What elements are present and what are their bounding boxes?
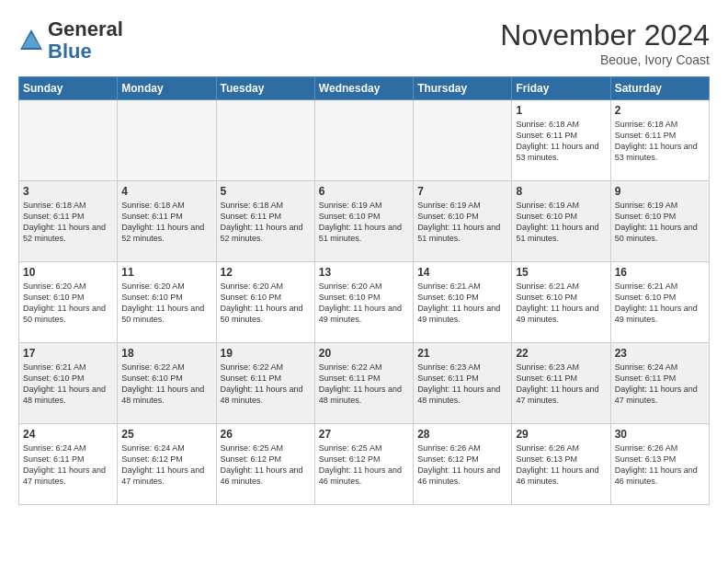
calendar-header-row: Sunday Monday Tuesday Wednesday Thursday… [19, 77, 710, 100]
col-friday: Friday [512, 77, 610, 100]
calendar-cell: 24Sunrise: 6:24 AM Sunset: 6:11 PM Dayli… [19, 424, 118, 505]
calendar-week-4: 17Sunrise: 6:21 AM Sunset: 6:10 PM Dayli… [19, 343, 710, 424]
cell-info: Sunrise: 6:26 AM Sunset: 6:13 PM Dayligh… [615, 442, 705, 488]
cell-info: Sunrise: 6:18 AM Sunset: 6:11 PM Dayligh… [121, 200, 211, 245]
col-wednesday: Wednesday [314, 77, 413, 100]
calendar-cell: 23Sunrise: 6:24 AM Sunset: 6:11 PM Dayli… [610, 343, 709, 424]
calendar-cell [118, 100, 216, 181]
cell-info: Sunrise: 6:26 AM Sunset: 6:13 PM Dayligh… [516, 442, 606, 488]
day-number: 17 [23, 347, 113, 360]
calendar-cell: 10Sunrise: 6:20 AM Sunset: 6:10 PM Dayli… [19, 262, 118, 343]
calendar-cell [216, 100, 314, 181]
day-number: 18 [121, 347, 211, 360]
calendar-cell: 17Sunrise: 6:21 AM Sunset: 6:10 PM Dayli… [19, 343, 118, 424]
calendar-cell: 26Sunrise: 6:25 AM Sunset: 6:12 PM Dayli… [216, 424, 314, 505]
cell-info: Sunrise: 6:21 AM Sunset: 6:10 PM Dayligh… [615, 281, 705, 326]
calendar-cell: 2Sunrise: 6:18 AM Sunset: 6:11 PM Daylig… [610, 100, 709, 181]
calendar-cell: 15Sunrise: 6:21 AM Sunset: 6:10 PM Dayli… [512, 262, 610, 343]
day-number: 27 [319, 428, 409, 441]
calendar-cell: 21Sunrise: 6:23 AM Sunset: 6:11 PM Dayli… [414, 343, 512, 424]
cell-info: Sunrise: 6:19 AM Sunset: 6:10 PM Dayligh… [417, 200, 507, 245]
calendar-cell [414, 100, 512, 181]
day-number: 11 [121, 266, 211, 279]
calendar-cell: 30Sunrise: 6:26 AM Sunset: 6:13 PM Dayli… [610, 424, 709, 505]
day-number: 23 [615, 347, 705, 360]
logo-blue-text: Blue [48, 40, 92, 63]
calendar-cell: 11Sunrise: 6:20 AM Sunset: 6:10 PM Dayli… [118, 262, 216, 343]
calendar-cell: 12Sunrise: 6:20 AM Sunset: 6:10 PM Dayli… [216, 262, 314, 343]
day-number: 3 [23, 185, 113, 198]
calendar-cell: 4Sunrise: 6:18 AM Sunset: 6:11 PM Daylig… [118, 181, 216, 262]
day-number: 16 [615, 266, 705, 279]
cell-info: Sunrise: 6:18 AM Sunset: 6:11 PM Dayligh… [615, 119, 705, 164]
day-number: 25 [121, 428, 211, 441]
day-number: 6 [319, 185, 409, 198]
calendar-table: Sunday Monday Tuesday Wednesday Thursday… [18, 76, 710, 505]
day-number: 8 [516, 185, 606, 198]
col-sunday: Sunday [19, 77, 118, 100]
svg-marker-1 [22, 33, 40, 48]
col-tuesday: Tuesday [216, 77, 314, 100]
cell-info: Sunrise: 6:21 AM Sunset: 6:10 PM Dayligh… [417, 281, 507, 326]
cell-info: Sunrise: 6:21 AM Sunset: 6:10 PM Dayligh… [23, 362, 113, 407]
calendar-cell: 29Sunrise: 6:26 AM Sunset: 6:13 PM Dayli… [512, 424, 610, 505]
cell-info: Sunrise: 6:18 AM Sunset: 6:11 PM Dayligh… [23, 200, 113, 245]
title-block: November 2024 Beoue, Ivory Coast [500, 18, 710, 67]
day-number: 2 [615, 104, 705, 117]
calendar-week-2: 3Sunrise: 6:18 AM Sunset: 6:11 PM Daylig… [19, 181, 710, 262]
cell-info: Sunrise: 6:20 AM Sunset: 6:10 PM Dayligh… [319, 281, 409, 326]
day-number: 12 [221, 266, 311, 279]
cell-info: Sunrise: 6:20 AM Sunset: 6:10 PM Dayligh… [221, 281, 311, 326]
logo-icon [18, 28, 44, 53]
col-monday: Monday [118, 77, 216, 100]
day-number: 28 [417, 428, 507, 441]
calendar-cell [19, 100, 118, 181]
day-number: 24 [23, 428, 113, 441]
cell-info: Sunrise: 6:24 AM Sunset: 6:11 PM Dayligh… [23, 442, 113, 488]
col-saturday: Saturday [610, 77, 709, 100]
day-number: 9 [615, 185, 705, 198]
calendar-cell: 20Sunrise: 6:22 AM Sunset: 6:11 PM Dayli… [314, 343, 413, 424]
day-number: 5 [221, 185, 311, 198]
calendar-cell: 13Sunrise: 6:20 AM Sunset: 6:10 PM Dayli… [314, 262, 413, 343]
calendar-cell: 6Sunrise: 6:19 AM Sunset: 6:10 PM Daylig… [314, 181, 413, 262]
cell-info: Sunrise: 6:21 AM Sunset: 6:10 PM Dayligh… [516, 281, 606, 326]
calendar-week-3: 10Sunrise: 6:20 AM Sunset: 6:10 PM Dayli… [19, 262, 710, 343]
calendar-cell: 7Sunrise: 6:19 AM Sunset: 6:10 PM Daylig… [414, 181, 512, 262]
day-number: 7 [417, 185, 507, 198]
cell-info: Sunrise: 6:22 AM Sunset: 6:11 PM Dayligh… [319, 362, 409, 407]
calendar-cell: 19Sunrise: 6:22 AM Sunset: 6:11 PM Dayli… [216, 343, 314, 424]
day-number: 15 [516, 266, 606, 279]
calendar-week-5: 24Sunrise: 6:24 AM Sunset: 6:11 PM Dayli… [19, 424, 710, 505]
calendar-cell: 5Sunrise: 6:18 AM Sunset: 6:11 PM Daylig… [216, 181, 314, 262]
calendar-cell: 14Sunrise: 6:21 AM Sunset: 6:10 PM Dayli… [414, 262, 512, 343]
calendar-cell [314, 100, 413, 181]
cell-info: Sunrise: 6:24 AM Sunset: 6:11 PM Dayligh… [615, 362, 705, 407]
header: General Blue November 2024 Beoue, Ivory … [18, 18, 710, 67]
calendar-cell: 27Sunrise: 6:25 AM Sunset: 6:12 PM Dayli… [314, 424, 413, 505]
day-number: 20 [319, 347, 409, 360]
logo: General Blue [18, 18, 123, 63]
day-number: 14 [417, 266, 507, 279]
cell-info: Sunrise: 6:18 AM Sunset: 6:11 PM Dayligh… [221, 200, 311, 245]
cell-info: Sunrise: 6:19 AM Sunset: 6:10 PM Dayligh… [615, 200, 705, 245]
cell-info: Sunrise: 6:18 AM Sunset: 6:11 PM Dayligh… [516, 119, 606, 164]
logo-general-text: General [48, 17, 123, 40]
day-number: 10 [23, 266, 113, 279]
cell-info: Sunrise: 6:26 AM Sunset: 6:12 PM Dayligh… [417, 442, 507, 488]
cell-info: Sunrise: 6:19 AM Sunset: 6:10 PM Dayligh… [516, 200, 606, 245]
calendar-cell: 16Sunrise: 6:21 AM Sunset: 6:10 PM Dayli… [610, 262, 709, 343]
day-number: 29 [516, 428, 606, 441]
day-number: 26 [221, 428, 311, 441]
calendar-cell: 8Sunrise: 6:19 AM Sunset: 6:10 PM Daylig… [512, 181, 610, 262]
cell-info: Sunrise: 6:23 AM Sunset: 6:11 PM Dayligh… [417, 362, 507, 407]
cell-info: Sunrise: 6:20 AM Sunset: 6:10 PM Dayligh… [121, 281, 211, 326]
calendar-cell: 9Sunrise: 6:19 AM Sunset: 6:10 PM Daylig… [610, 181, 709, 262]
day-number: 13 [319, 266, 409, 279]
cell-info: Sunrise: 6:25 AM Sunset: 6:12 PM Dayligh… [221, 442, 311, 488]
day-number: 22 [516, 347, 606, 360]
location: Beoue, Ivory Coast [500, 52, 710, 67]
cell-info: Sunrise: 6:19 AM Sunset: 6:10 PM Dayligh… [319, 200, 409, 245]
calendar-cell: 28Sunrise: 6:26 AM Sunset: 6:12 PM Dayli… [414, 424, 512, 505]
cell-info: Sunrise: 6:24 AM Sunset: 6:12 PM Dayligh… [121, 442, 211, 488]
